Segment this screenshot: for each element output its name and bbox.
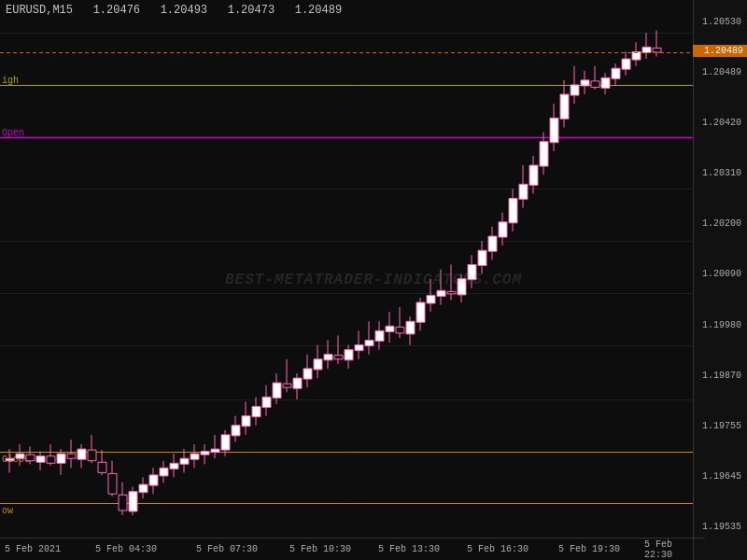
price-axis: 1.205301.204891.204201.203101.202001.200… <box>693 0 747 560</box>
low-value: 1.20473 <box>228 4 275 17</box>
price-label: 1.19980 <box>696 320 745 330</box>
time-label: 5 Feb 04:30 <box>95 544 157 554</box>
time-label: 5 Feb 07:30 <box>196 544 258 554</box>
candlestick-chart <box>0 0 705 560</box>
time-axis: 5 Feb 20215 Feb 04:305 Feb 07:305 Feb 10… <box>0 538 705 560</box>
price-label: 1.19535 <box>696 522 745 532</box>
chart-container: EURUSD,M15 1.20476 1.20493 1.20473 1.204… <box>0 0 747 560</box>
symbol-label: EURUSD,M15 <box>6 4 73 17</box>
price-label: 1.20090 <box>696 269 745 279</box>
open-value: 1.20476 <box>93 4 140 17</box>
chart-header: EURUSD,M15 1.20476 1.20493 1.20473 1.204… <box>6 4 342 17</box>
price-label: 1.20489 <box>696 67 745 77</box>
price-label: 1.20310 <box>696 168 745 178</box>
price-label: 1.19870 <box>696 371 745 381</box>
time-label: 5 Feb 19:30 <box>558 544 620 554</box>
price-label: 1.19645 <box>696 471 745 482</box>
close-value: 1.20489 <box>295 4 342 17</box>
time-label: 5 Feb 10:30 <box>289 544 351 554</box>
high-value: 1.20493 <box>161 4 207 17</box>
time-label: 5 Feb 2021 <box>5 544 61 554</box>
price-label: 1.19755 <box>696 421 745 431</box>
time-label: 5 Feb 22:30 <box>644 539 705 560</box>
price-label: 1.20420 <box>696 118 745 128</box>
price-label: 1.20530 <box>696 17 745 27</box>
current-price-badge: 1.20489 <box>693 45 747 57</box>
time-label: 5 Feb 16:30 <box>467 544 529 554</box>
time-label: 5 Feb 13:30 <box>378 544 440 554</box>
price-label: 1.20200 <box>696 218 745 229</box>
